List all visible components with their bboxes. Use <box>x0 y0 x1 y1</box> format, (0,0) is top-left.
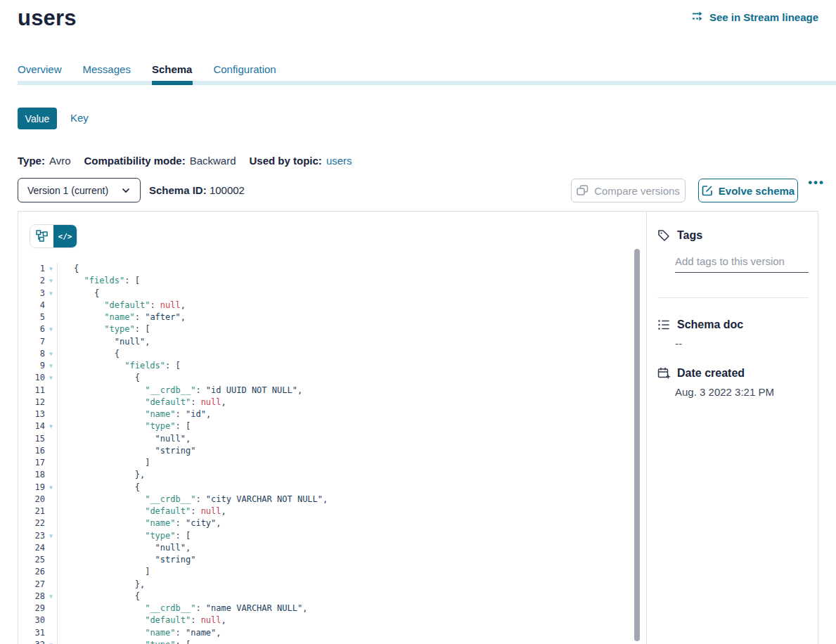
fold-marker-icon <box>45 397 58 408</box>
compatibility-label: Compatibility mode: <box>84 155 185 167</box>
key-toggle-button[interactable]: Key <box>70 112 89 124</box>
editor-scrollbar[interactable] <box>634 249 640 641</box>
used-by-topic-link[interactable]: users <box>326 155 352 167</box>
fold-marker-icon[interactable]: ▼ <box>45 323 58 335</box>
schema-id-label: Schema ID: <box>149 184 207 196</box>
see-in-stream-lineage-link[interactable]: See in Stream lineage <box>692 11 818 23</box>
line-number: 15 <box>18 433 45 445</box>
code-text: "name": "name", <box>58 627 221 639</box>
type-value: Avro <box>49 155 71 167</box>
schema-code-editor[interactable]: 1▼{2▼ "fields": [3▼ {4 "default": null,5… <box>18 263 634 644</box>
fold-marker-icon[interactable]: ▼ <box>45 530 58 542</box>
fold-marker-icon[interactable]: ▼ <box>45 360 58 372</box>
fold-marker-icon <box>45 433 58 445</box>
code-text: }, <box>58 469 145 481</box>
fold-marker-icon <box>45 311 58 323</box>
fold-marker-icon[interactable]: ▼ <box>45 263 58 275</box>
code-line: 5 "name": "after", <box>18 311 634 323</box>
fold-marker-icon <box>45 627 58 639</box>
line-number: 18 <box>18 469 45 481</box>
version-dropdown-value: Version 1 (current) <box>27 185 108 196</box>
code-text: "null", <box>58 542 191 554</box>
schema-doc-section: Schema doc -- <box>657 318 804 349</box>
schema-page: users See in Stream lineage Overview Mes… <box>0 0 836 644</box>
schema-panel: </> 1▼{2▼ "fields": [3▼ {4 "default": nu… <box>18 211 818 644</box>
topic-tabs: Overview Messages Schema Configuration <box>18 63 276 82</box>
code-line: 29 "__crdb__": "name VARCHAR NULL", <box>18 603 634 614</box>
code-text: "name": "id", <box>58 408 211 420</box>
code-view-button[interactable]: </> <box>53 225 77 247</box>
fold-marker-icon <box>45 566 58 578</box>
tab-configuration[interactable]: Configuration <box>213 63 276 82</box>
doc-list-icon <box>657 318 670 331</box>
fold-marker-icon[interactable]: ▼ <box>45 591 58 603</box>
line-number: 3 <box>18 288 45 300</box>
tags-section: Tags <box>657 229 804 298</box>
schema-id-value: 100002 <box>210 184 245 196</box>
line-number: 5 <box>18 311 45 323</box>
schema-view-toggle: </> <box>30 224 77 248</box>
line-number: 10 <box>18 372 45 384</box>
code-text: "name": "city", <box>58 517 221 529</box>
compare-versions-icon <box>577 185 589 196</box>
version-dropdown[interactable]: Version 1 (current) <box>18 178 141 202</box>
fold-marker-icon[interactable]: ▼ <box>45 639 58 644</box>
line-number: 20 <box>18 494 45 505</box>
code-text: "__crdb__": "id UUID NOT NULL", <box>58 385 302 397</box>
fold-marker-icon <box>45 517 58 529</box>
tree-view-icon <box>36 230 49 243</box>
tab-schema[interactable]: Schema <box>152 63 193 82</box>
code-line: 8▼ { <box>18 348 634 360</box>
line-number: 25 <box>18 554 45 566</box>
fold-marker-icon[interactable]: ▼ <box>45 482 58 494</box>
code-line: 23▼ "type": [ <box>18 530 634 542</box>
code-text: "string" <box>58 445 195 457</box>
code-line: 32▼ "type": [ <box>18 639 634 644</box>
compare-versions-button[interactable]: Compare versions <box>571 179 686 202</box>
fold-marker-icon <box>45 494 58 505</box>
code-text: { <box>58 591 140 603</box>
code-text: "null", <box>58 433 191 445</box>
tab-overview[interactable]: Overview <box>18 63 62 82</box>
page-title: users <box>18 6 77 31</box>
fold-marker-icon <box>45 579 58 591</box>
code-text: "name": "after", <box>58 311 186 323</box>
fold-marker-icon <box>45 505 58 517</box>
line-number: 11 <box>18 385 45 397</box>
line-number: 2 <box>18 275 45 287</box>
code-view-icon: </> <box>58 232 72 241</box>
code-text: ] <box>58 566 150 578</box>
fold-marker-icon <box>45 603 58 614</box>
schema-doc-title: Schema doc <box>677 318 743 331</box>
fold-marker-icon[interactable]: ▼ <box>45 348 58 360</box>
code-line: 25 "string" <box>18 554 634 566</box>
value-toggle-button[interactable]: Value <box>18 108 57 129</box>
date-created-title: Date created <box>677 367 745 380</box>
schema-id: Schema ID: 100002 <box>149 184 245 196</box>
evolve-schema-button[interactable]: Evolve schema <box>698 179 798 202</box>
fold-marker-icon <box>45 385 58 397</box>
line-number: 4 <box>18 300 45 311</box>
calendar-add-icon <box>657 367 670 380</box>
code-text: { <box>58 348 120 360</box>
fold-marker-icon[interactable]: ▼ <box>45 372 58 384</box>
fold-marker-icon[interactable]: ▼ <box>45 275 58 287</box>
fold-marker-icon[interactable]: ▼ <box>45 288 58 300</box>
line-number: 24 <box>18 542 45 554</box>
code-line: 14▼ "type": [ <box>18 420 634 432</box>
code-line: 31 "name": "name", <box>18 627 634 639</box>
code-text: "type": [ <box>58 323 150 335</box>
fold-marker-icon <box>45 614 58 626</box>
schema-doc-value: -- <box>675 337 804 349</box>
sidebar-divider <box>657 297 809 298</box>
code-text: "fields": [ <box>58 275 140 287</box>
add-tags-input[interactable] <box>675 255 809 273</box>
code-text: { <box>58 263 79 275</box>
more-actions-button[interactable]: ••• <box>808 176 825 190</box>
meta-type: Type: Avro <box>18 155 70 167</box>
tab-messages[interactable]: Messages <box>83 63 131 82</box>
tags-title: Tags <box>677 229 702 242</box>
schema-sidebar: Tags <box>646 212 818 644</box>
fold-marker-icon[interactable]: ▼ <box>45 420 58 432</box>
tree-view-button[interactable] <box>30 225 53 247</box>
